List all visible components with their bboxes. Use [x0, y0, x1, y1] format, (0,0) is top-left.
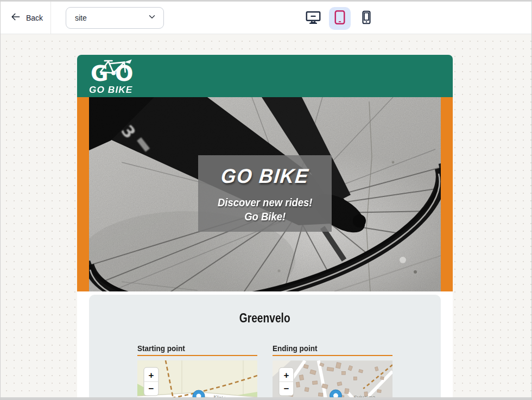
mobile-icon [359, 10, 374, 27]
hero-subtitle: Discover new rides! Go Bike! [218, 195, 313, 224]
map-zoom-control: + − [144, 367, 159, 396]
hero-title: GO BIKE [220, 165, 310, 188]
site-preview-frame: G O [77, 55, 453, 398]
site-select-value: site [75, 14, 87, 22]
chevron-down-icon [147, 12, 157, 23]
site-header: G O [77, 55, 453, 97]
hero-subtitle-line1: Discover new rides! [218, 195, 313, 209]
map-zoom-control: + − [279, 367, 294, 396]
go-bike-logo[interactable]: G O [89, 58, 143, 96]
tablet-preview-button[interactable] [329, 7, 351, 30]
tablet-icon [332, 9, 348, 28]
desktop-preview-button[interactable] [302, 7, 324, 30]
site-select-dropdown[interactable]: site [66, 7, 164, 29]
maps-row: Starting point [89, 344, 441, 398]
desktop-icon [305, 9, 321, 28]
back-label: Back [26, 14, 43, 22]
device-preview-switcher [302, 2, 377, 35]
zoom-out-button[interactable]: − [149, 384, 154, 394]
zoom-out-button[interactable]: − [283, 384, 289, 394]
back-button[interactable]: Back [1, 2, 51, 34]
hero-left-accent [77, 97, 89, 291]
toolbar: Back site [1, 1, 531, 34]
site-body: Greenvelo Starting point [77, 291, 453, 398]
mobile-preview-button[interactable] [356, 7, 377, 30]
zoom-in-button[interactable]: + [283, 370, 289, 380]
ending-point-heading: Ending point [273, 344, 392, 356]
hero-overlay-box: GO BIKE Discover new rides! Go Bike! [198, 155, 332, 232]
preview-canvas: G O [1, 34, 531, 398]
starting-point-heading: Starting point [137, 344, 257, 356]
hero-section: 3 GO BIKE Discover new rides! Go Bike! [77, 97, 453, 291]
content-card: Greenvelo Starting point [89, 295, 441, 398]
ending-point-column: Ending point [273, 344, 392, 398]
logo-text: GO BIKE [89, 85, 144, 96]
ending-point-map[interactable]: Svjuzyna + − [273, 360, 392, 398]
hero-right-accent [441, 97, 453, 291]
section-title: Greenvelo [89, 310, 441, 326]
starting-point-map[interactable]: Klinkier + − [137, 360, 257, 398]
hero-subtitle-line2: Go Bike! [218, 209, 313, 224]
window-bottom-scrollbar[interactable] [1, 397, 531, 399]
back-arrow-icon [10, 12, 21, 23]
zoom-in-button[interactable]: + [149, 370, 154, 380]
starting-point-column: Starting point [137, 344, 257, 398]
hero-photo-bike-wheel: 3 GO BIKE Discover new rides! Go Bike! [89, 97, 441, 291]
